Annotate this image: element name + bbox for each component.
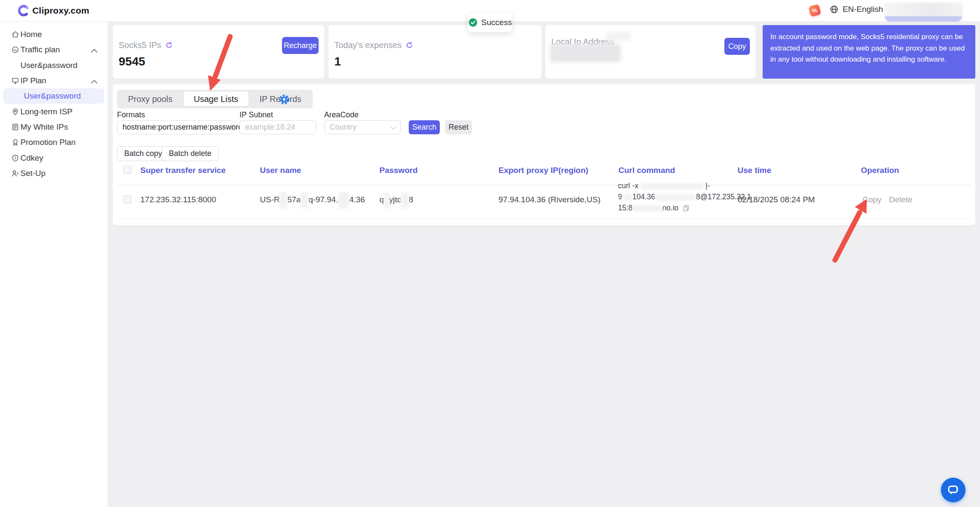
cell-password: qyjtc8: [379, 191, 413, 209]
copy-ip-button[interactable]: Copy: [724, 38, 750, 55]
sidebar-item-label: User&password: [24, 91, 81, 101]
logo-icon: [16, 4, 29, 17]
sidebar-item-cdkey[interactable]: Cdkey: [0, 150, 108, 166]
socks5-ips-card: Socks5 IPs 9545 Recharge: [113, 25, 324, 79]
sidebar-item-long-term-isp[interactable]: Long-term ISP: [0, 104, 108, 119]
chevron-up-icon: [91, 49, 98, 56]
cell-curl-command: curl -x |- 9104.368@172.235.32.1 15:8no.…: [618, 180, 751, 213]
info-banner: In account password mode, Socks5 residen…: [763, 25, 975, 79]
globe-icon: [829, 5, 839, 14]
medal-icon: [11, 138, 20, 147]
sidebar-item-label: Long-term ISP: [20, 107, 73, 116]
account-highlight-bar: [885, 16, 962, 22]
sidebar-item-label: Cdkey: [20, 153, 43, 163]
sidebar-item-set-up[interactable]: Set-Up: [0, 166, 108, 181]
reset-button[interactable]: Reset: [445, 120, 472, 134]
select-all-checkbox[interactable]: [123, 166, 131, 174]
person-icon: [11, 169, 20, 178]
home-icon: [11, 30, 20, 39]
redacted-text: [632, 205, 662, 212]
main-panel: Proxy pools Usage Lists IP Records Forma…: [113, 84, 975, 225]
sidebar-item-label: IP Plan: [20, 76, 46, 85]
sidebar-item-label: Traffic plan: [20, 45, 60, 54]
recharge-button[interactable]: Recharge: [282, 37, 319, 54]
sidebar-item-ip-plan[interactable]: IP Plan: [0, 73, 108, 88]
redacted-text: [279, 192, 287, 209]
sidebar-item-home[interactable]: Home: [0, 27, 108, 42]
redacted-text: [606, 32, 631, 41]
col-password: Password: [379, 166, 418, 175]
success-toast: Success: [468, 13, 512, 32]
sidebar-item-label: User&password: [20, 61, 77, 70]
row-copy-link[interactable]: Copy: [863, 194, 881, 206]
redacted-text: [338, 192, 349, 209]
brand-logo[interactable]: Cliproxy.com: [16, 4, 89, 17]
shield-icon: [11, 154, 20, 162]
toast-label: Success: [481, 18, 512, 27]
todays-expenses-title: Today's expenses: [334, 40, 402, 50]
cell-service: 172.235.32.115:8000: [140, 194, 216, 206]
sidebar-item-userpassword-traffic[interactable]: User&password: [0, 58, 108, 73]
language-label: EN-English: [843, 5, 883, 14]
area-code-placeholder: Country: [330, 123, 356, 132]
language-selector[interactable]: EN-English: [829, 5, 892, 14]
todays-expenses-value: 1: [334, 55, 341, 68]
tab-usage-lists[interactable]: Usage Lists: [184, 92, 249, 106]
redacted-ip-value: [550, 44, 621, 62]
curl-line-1: curl -x |-: [618, 180, 751, 191]
col-export-proxy-ip: Export proxy IP(region): [499, 166, 588, 175]
cell-use-time: 02/18/2025 08:24 PM: [738, 194, 815, 206]
redacted-text: [301, 192, 308, 209]
sidebar-item-traffic-plan[interactable]: Traffic plan: [0, 42, 108, 57]
gear-icon[interactable]: [278, 93, 290, 105]
refresh-icon[interactable]: [165, 41, 173, 49]
table-header-divider: [117, 185, 971, 185]
sidebar-item-label: Set-Up: [20, 169, 46, 178]
cell-export-ip: 97.94.104.36 (Riverside,US): [499, 194, 601, 206]
area-code-label: AreaCode: [324, 110, 359, 119]
brand-name: Cliproxy.com: [32, 6, 89, 16]
redacted-text: [384, 192, 389, 209]
refresh-icon[interactable]: [405, 41, 413, 49]
col-use-time: Use time: [738, 166, 771, 175]
redacted-text: [655, 194, 696, 201]
discount-badge-icon[interactable]: %: [808, 4, 821, 17]
chat-button[interactable]: [941, 478, 966, 502]
todays-expenses-card: Today's expenses 1: [328, 25, 541, 79]
sidebar-item-userpassword-ipplan[interactable]: User&password: [3, 88, 104, 104]
area-code-select[interactable]: Country: [324, 120, 401, 134]
ip-subnet-input[interactable]: [239, 120, 316, 134]
row-delete-link[interactable]: Delete: [889, 194, 912, 206]
account-redacted[interactable]: [884, 3, 963, 17]
sidebar-item-promotion-plan[interactable]: Promotion Plan: [0, 135, 108, 150]
sidebar: Home Traffic plan User&password IP Plan …: [0, 21, 108, 507]
redacted-text: [401, 192, 409, 209]
col-user-name: User name: [260, 166, 301, 175]
search-button[interactable]: Search: [409, 120, 440, 134]
local-ip-card: Local Ip Address Copy: [545, 25, 755, 79]
sidebar-item-my-white-ips[interactable]: My White IPs: [0, 119, 108, 135]
list-icon: [11, 123, 20, 131]
chevron-up-icon: [91, 80, 98, 87]
monitor-icon: [11, 76, 20, 85]
sidebar-item-label: Promotion Plan: [20, 138, 76, 147]
traffic-plan-icon: [11, 45, 20, 54]
socks5-ips-title: Socks5 IPs: [119, 40, 161, 50]
row-checkbox[interactable]: [123, 195, 131, 204]
chevron-down-icon: [390, 124, 396, 130]
copy-icon[interactable]: [683, 204, 689, 211]
col-curl-command: Curl command: [618, 166, 675, 175]
pin-icon: [11, 108, 20, 116]
col-super-transfer-service: Super transfer service: [140, 166, 226, 175]
table-row-divider: [117, 218, 971, 219]
formats-select[interactable]: hostname:port:username:password: [117, 120, 232, 134]
app-root: Cliproxy.com % EN-English Home Traffic p…: [0, 0, 980, 507]
tab-proxy-pools[interactable]: Proxy pools: [118, 90, 183, 108]
chat-icon: [946, 483, 960, 497]
curl-line-3: 15:8no.io: [618, 202, 751, 213]
batch-delete-button[interactable]: Batch delete: [162, 146, 219, 161]
sidebar-item-label: Home: [20, 30, 42, 39]
redacted-text: [622, 194, 632, 201]
col-operation: Operation: [861, 166, 899, 175]
ip-subnet-label: IP Subnet: [239, 110, 273, 119]
